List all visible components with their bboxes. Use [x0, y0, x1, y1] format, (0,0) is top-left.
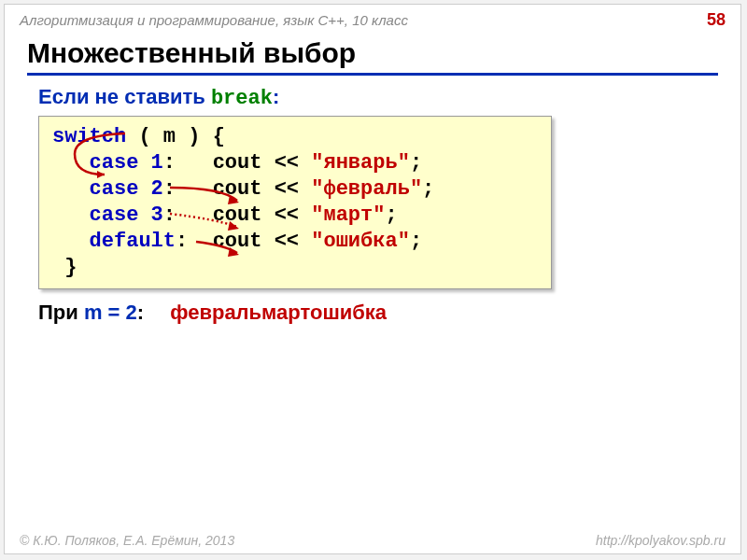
slide-body: Если не ставить break: switch ( m ) { ca… — [5, 76, 740, 325]
colon: : — [163, 177, 213, 201]
result-label-post: : — [137, 301, 144, 324]
case-num: 2 — [138, 177, 162, 201]
indent — [52, 230, 90, 253]
subtitle: Если не ставить break: — [38, 85, 712, 110]
colon: : — [163, 203, 213, 227]
case-num: 1 — [138, 151, 162, 175]
cout-call: cout << — [213, 230, 312, 253]
course-label: Алгоритмизация и программирование, язык … — [20, 12, 408, 28]
footer: © К.Ю. Поляков, Е.А. Ерёмин, 2013 http:/… — [20, 533, 726, 548]
case-num: 3 — [138, 203, 162, 227]
result-label-pre: При — [38, 301, 84, 324]
semicolon: ; — [385, 203, 397, 227]
string-literal: "ошибка" — [311, 230, 410, 253]
kw-default: default — [90, 230, 176, 253]
slide: Алгоритмизация и программирование, язык … — [4, 4, 741, 554]
string-literal: "февраль" — [311, 177, 422, 201]
result-var: m = 2 — [84, 301, 137, 324]
code-block: switch ( m ) { case 1: cout << "январь";… — [38, 116, 552, 289]
subtitle-prefix: Если не ставить — [38, 85, 211, 108]
result-output: февральмартошибка — [170, 301, 387, 324]
subtitle-suffix: : — [273, 85, 279, 108]
cout-call: cout << — [213, 177, 312, 201]
kw-switch: switch — [52, 125, 126, 148]
kw-case: case — [90, 151, 139, 175]
colon: : — [163, 151, 213, 175]
semicolon: ; — [410, 230, 422, 253]
indent — [52, 151, 90, 175]
cout-call: cout << — [213, 203, 312, 227]
result-line: При m = 2: февральмартошибка — [38, 301, 712, 325]
cout-call: cout << — [213, 151, 312, 175]
switch-cond: ( m ) { — [126, 125, 225, 148]
colon: : — [176, 230, 213, 253]
kw-case: case — [90, 177, 139, 201]
semicolon: ; — [422, 177, 434, 201]
semicolon: ; — [410, 151, 422, 175]
indent — [52, 203, 90, 227]
page-number: 58 — [707, 10, 726, 30]
string-literal: "март" — [311, 203, 385, 227]
slide-title: Множественный выбор — [27, 37, 718, 76]
header-bar: Алгоритмизация и программирование, язык … — [5, 5, 740, 34]
string-literal: "январь" — [311, 151, 410, 175]
kw-case: case — [90, 203, 139, 227]
url: http://kpolyakov.spb.ru — [596, 533, 726, 548]
break-keyword: break — [211, 87, 273, 110]
copyright: © К.Ю. Поляков, Е.А. Ерёмин, 2013 — [20, 533, 234, 548]
close-brace: } — [52, 256, 77, 279]
indent — [52, 177, 90, 201]
